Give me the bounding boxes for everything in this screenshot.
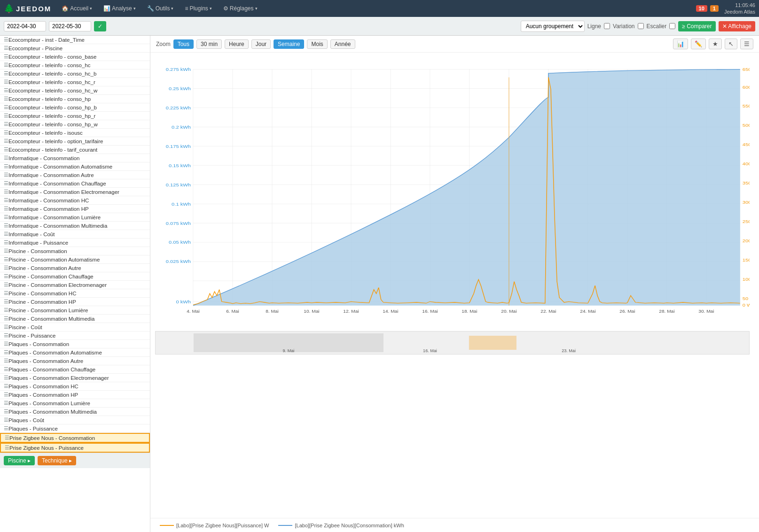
svg-text:0.025 kWh: 0.025 kWh <box>166 259 191 264</box>
sidebar-item[interactable]: ☰Ecocompteur - teleinfo - conso_hc <box>0 61 150 69</box>
sidebar-item[interactable]: ☰Piscine - Consommation Chauffage <box>0 272 150 281</box>
ligne-checkbox[interactable] <box>604 23 610 29</box>
sidebar-item[interactable]: ☰Piscine - Puissance <box>0 332 150 340</box>
sidebar-item[interactable]: ☰Plaques - Consommation HP <box>0 391 150 399</box>
item-label: Plaques - Consommation Multimedia <box>8 409 97 415</box>
sidebar-item[interactable]: ☰Prise Zigbee Nous - Consommation <box>0 433 150 443</box>
sidebar-item[interactable]: ☰Plaques - Consommation Automatisme <box>0 348 150 357</box>
sidebar-item[interactable]: ☰Piscine - Consommation HP <box>0 298 150 306</box>
notification-badge-red[interactable]: 10 <box>696 5 707 12</box>
sidebar-item[interactable]: ☰Ecocompteur - teleinfo - conso_hc_w <box>0 86 150 95</box>
confirm-button[interactable]: ✓ <box>94 21 106 31</box>
sidebar-item[interactable]: ☰Plaques - Consommation Multimedia <box>0 408 150 416</box>
sidebar-item[interactable]: ☰Informatique - Consommation HP <box>0 205 150 213</box>
sidebar-item[interactable]: ☰Piscine - Consommation HC <box>0 289 150 298</box>
sidebar-item[interactable]: ☰Ecocompteur - teleinfo - tarif_courant <box>0 146 150 154</box>
svg-text:200 W: 200 W <box>743 239 750 243</box>
sidebar-item[interactable]: ☰Informatique - Consommation Chauffage <box>0 179 150 188</box>
sidebar-item[interactable]: ☰Ecocompteur - teleinfo - conso_hp_b <box>0 103 150 112</box>
sidebar-item[interactable]: ☰Ecocompteur - Piscine <box>0 44 150 53</box>
notification-badge-orange[interactable]: 1 <box>710 5 719 12</box>
item-label: Plaques - Consommation HC <box>8 384 78 389</box>
svg-text:600 W: 600 W <box>743 85 750 89</box>
nav-outils[interactable]: 🔧 Outils ▾ <box>142 3 179 14</box>
groupement-select[interactable]: Aucun groupement <box>521 21 585 32</box>
sidebar-item[interactable]: ☰Plaques - Consommation Autre <box>0 357 150 365</box>
chart-icon-cursor[interactable]: ↖ <box>725 39 737 49</box>
sidebar-item[interactable]: ☰Piscine - Consommation Electromenager <box>0 281 150 289</box>
zoom-jour[interactable]: Jour <box>251 39 271 49</box>
sidebar-item[interactable]: ☰Informatique - Consommation <box>0 154 150 162</box>
svg-text:4. Mai: 4. Mai <box>187 309 200 314</box>
item-label: Ecocompteur - teleinfo - conso_hp_r <box>8 113 95 119</box>
comparer-button[interactable]: ≥ Comparer <box>678 21 715 31</box>
sidebar-item[interactable]: ☰Informatique - Coût <box>0 230 150 239</box>
zoom-mois[interactable]: Mois <box>307 39 327 49</box>
sidebar-item[interactable]: ☰Ecocompteur - teleinfo - conso_hc_r <box>0 78 150 86</box>
zoom-30min[interactable]: 30 min <box>196 39 222 49</box>
sidebar-item[interactable]: ☰Informatique - Puissance <box>0 239 150 247</box>
sidebar-item[interactable]: ☰Ecocompteur - teleinfo - conso_base <box>0 53 150 61</box>
sidebar-item[interactable]: ☰Plaques - Coût <box>0 416 150 424</box>
nav-accueil[interactable]: 🏠 Accueil ▾ <box>57 3 97 14</box>
svg-text:0.125 kWh: 0.125 kWh <box>166 182 191 187</box>
chart-icon-bar[interactable]: 📊 <box>673 39 688 49</box>
item-icon: ☰ <box>4 341 8 347</box>
item-label: Informatique - Consommation Chauffage <box>8 181 106 186</box>
item-icon: ☰ <box>5 445 9 451</box>
tag-technique[interactable]: Technique ▸ <box>38 456 76 465</box>
sidebar-item[interactable]: ☰Plaques - Consommation HC <box>0 382 150 391</box>
zoom-label: Zoom <box>156 41 171 47</box>
variation-checkbox[interactable] <box>638 23 644 29</box>
zoom-annee[interactable]: Année <box>330 39 355 49</box>
sidebar-item[interactable]: ☰Ecocompteur - teleinfo - conso_hp_w <box>0 120 150 129</box>
sidebar-item[interactable]: ☰Informatique - Consommation Lumière <box>0 213 150 222</box>
sidebar-item[interactable]: ☰Informatique - Consommation HC <box>0 196 150 205</box>
sidebar-item[interactable]: ☰Ecocompteur - teleinfo - conso_hc_b <box>0 69 150 78</box>
zoom-heure[interactable]: Heure <box>225 39 249 49</box>
sidebar-item[interactable]: ☰Piscine - Consommation <box>0 247 150 255</box>
chart-icon-star[interactable]: ★ <box>709 39 722 49</box>
sidebar-item[interactable]: ☰Informatique - Consommation Autre <box>0 171 150 179</box>
item-icon: ☰ <box>4 223 8 229</box>
sidebar-item[interactable]: ☰Ecocompteur - inst - Date_Time <box>0 36 150 44</box>
sidebar-item[interactable]: ☰Piscine - Consommation Lumière <box>0 306 150 315</box>
sidebar-item[interactable]: ☰Plaques - Consommation <box>0 340 150 348</box>
sidebar-item[interactable]: ☰Informatique - Consommation Automatisme <box>0 162 150 171</box>
sidebar-item[interactable]: ☰Informatique - Consommation Multimedia <box>0 222 150 230</box>
item-icon: ☰ <box>4 366 8 372</box>
affichage-button[interactable]: ✕ Affichage <box>719 21 756 31</box>
sidebar-item[interactable]: ☰Piscine - Consommation Autre <box>0 264 150 272</box>
sidebar-item[interactable]: ☰Plaques - Consommation Electromenager <box>0 374 150 382</box>
legend-item-consommation: [Labo][Prise Zigbee Nous][Consommation] … <box>278 523 404 528</box>
escalier-checkbox[interactable] <box>669 23 675 29</box>
sidebar-item[interactable]: ☰Plaques - Consommation Lumière <box>0 399 150 408</box>
item-label: Informatique - Consommation HP <box>8 206 89 212</box>
sidebar-item[interactable]: ☰Plaques - Consommation Chauffage <box>0 365 150 374</box>
sidebar-item[interactable]: ☰Ecocompteur - teleinfo - isousc <box>0 129 150 137</box>
chart-icon-edit[interactable]: ✏️ <box>691 39 706 49</box>
sidebar-item[interactable]: ☰Ecocompteur - teleinfo - option_tarifai… <box>0 137 150 146</box>
svg-text:0 W: 0 W <box>743 302 750 307</box>
sidebar-item[interactable]: ☰Informatique - Consommation Electromena… <box>0 188 150 196</box>
sidebar-item[interactable]: ☰Plaques - Puissance <box>0 424 150 433</box>
sidebar-item[interactable]: ☰Ecocompteur - teleinfo - conso_hp_r <box>0 112 150 120</box>
item-icon: ☰ <box>4 375 8 381</box>
sidebar-item[interactable]: ☰Ecocompteur - teleinfo - conso_hp <box>0 95 150 103</box>
nav-plugins[interactable]: ≡ Plugins ▾ <box>180 3 216 14</box>
sidebar-item[interactable]: ☰Prise Zigbee Nous - Puissance <box>0 443 150 453</box>
chart-legend: [Labo][Prise Zigbee Nous][Puissance] W [… <box>150 518 759 532</box>
zoom-tous[interactable]: Tous <box>173 39 194 49</box>
sidebar-item[interactable]: ☰Piscine - Consommation Automatisme <box>0 255 150 264</box>
item-icon: ☰ <box>4 54 8 60</box>
zoom-semaine[interactable]: Semaine <box>274 39 304 49</box>
chart-icon-menu[interactable]: ☰ <box>740 39 753 49</box>
tag-piscine[interactable]: Piscine ▸ <box>4 456 35 465</box>
sidebar-item[interactable]: ☰Piscine - Consommation Multimedia <box>0 315 150 323</box>
nav-analyse[interactable]: 📊 Analyse ▾ <box>99 3 141 14</box>
sidebar-item[interactable]: ☰Piscine - Coût <box>0 323 150 332</box>
item-icon: ☰ <box>4 172 8 178</box>
date-from-input[interactable] <box>4 21 46 31</box>
date-to-input[interactable] <box>49 21 91 31</box>
nav-reglages[interactable]: ⚙ Réglages ▾ <box>219 3 262 14</box>
